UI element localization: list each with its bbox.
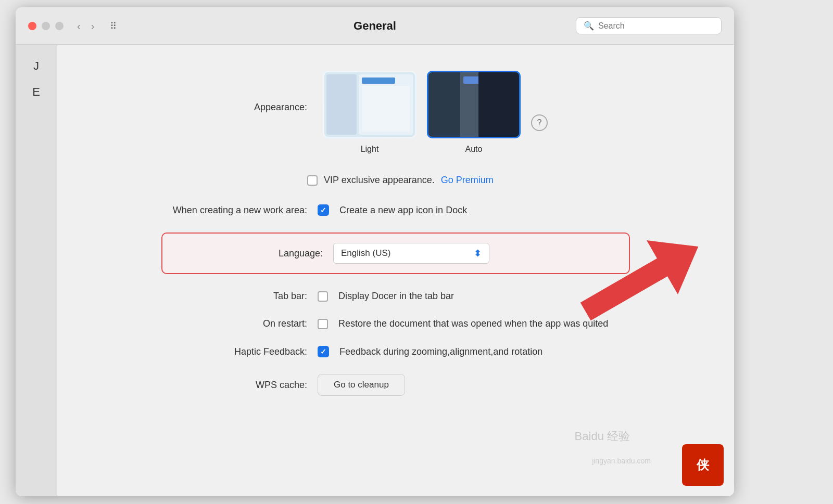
on-restart-row: On restart: Restore the document that wa…: [161, 318, 630, 329]
settings-section: Appearance:: [161, 71, 630, 396]
auto-mock: [428, 72, 519, 137]
stepper-icon: ⬍: [474, 248, 482, 259]
minimize-button[interactable]: [42, 22, 50, 30]
forward-button[interactable]: ›: [88, 19, 98, 33]
go-premium-link[interactable]: Go Premium: [441, 175, 494, 186]
wps-cache-label: WPS cache:: [161, 380, 307, 391]
cleanup-button[interactable]: Go to cleanup: [318, 374, 405, 396]
sidebar-letter-j: J: [29, 55, 43, 77]
language-value: English (US): [341, 248, 390, 259]
light-theme-option[interactable]: Light: [323, 71, 416, 154]
light-theme-label: Light: [361, 145, 379, 154]
sidebar: J E: [16, 45, 57, 496]
auto-mock-sidebar: [428, 72, 460, 137]
light-mock-sidebar: [326, 74, 357, 135]
appearance-options: Light: [323, 71, 548, 154]
vip-checkbox[interactable]: [307, 175, 318, 186]
light-theme-preview[interactable]: [323, 71, 416, 138]
haptic-text: Feedback during zooming,alignment,and ro…: [339, 346, 542, 357]
dock-icon-text: Create a new app icon in Dock: [339, 205, 467, 216]
vip-row: VIP exclusive appearance. Go Premium: [161, 175, 630, 186]
content-area: J E Appearance:: [16, 45, 734, 496]
traffic-lights: [28, 22, 64, 30]
on-restart-checkbox[interactable]: [318, 319, 328, 329]
window-title: General: [354, 19, 396, 33]
close-button[interactable]: [28, 22, 36, 30]
light-mock-main: [359, 74, 413, 135]
dock-icon-checkbox[interactable]: [318, 204, 329, 216]
haptic-row: Haptic Feedback: Feedback during zooming…: [161, 346, 630, 357]
on-restart-text: Restore the document that was opened whe…: [338, 318, 608, 329]
sidebar-letter-e: E: [28, 81, 44, 103]
auto-mock-dark: [478, 72, 519, 137]
auto-theme-option[interactable]: Auto: [427, 71, 521, 154]
back-button[interactable]: ‹: [74, 19, 84, 33]
haptic-checkbox[interactable]: [318, 346, 329, 357]
search-icon: 🔍: [584, 21, 594, 31]
wps-cache-row: WPS cache: Go to cleanup: [161, 374, 630, 396]
titlebar: ‹ › ⠿ General 🔍: [16, 7, 734, 45]
appearance-row: Appearance:: [161, 71, 630, 154]
light-mock: [324, 72, 415, 137]
main-content: Appearance:: [57, 45, 734, 496]
on-restart-label: On restart:: [161, 318, 307, 329]
search-input[interactable]: [598, 21, 714, 31]
maximize-button[interactable]: [55, 22, 64, 30]
nav-buttons: ‹ ›: [74, 19, 97, 33]
auto-theme-label: Auto: [465, 145, 483, 154]
language-select[interactable]: English (US) ⬍: [333, 243, 489, 264]
help-button[interactable]: ?: [531, 114, 548, 131]
tab-bar-row: Tab bar: Display Docer in the tab bar: [161, 291, 630, 302]
tab-bar-checkbox[interactable]: [318, 291, 328, 302]
language-label: Language:: [177, 248, 323, 259]
grid-button[interactable]: ⠿: [106, 18, 121, 34]
search-box[interactable]: 🔍: [576, 17, 722, 34]
auto-theme-preview[interactable]: [427, 71, 521, 138]
language-row: Language: English (US) ⬍: [161, 232, 630, 274]
work-area-row: When creating a new work area: Create a …: [161, 204, 630, 216]
tab-bar-label: Tab bar:: [161, 291, 307, 302]
light-mock-bar: [362, 77, 395, 84]
work-area-label: When creating a new work area:: [161, 205, 307, 216]
light-mock-content: [362, 86, 410, 132]
tab-bar-text: Display Docer in the tab bar: [338, 291, 454, 302]
vip-text: VIP exclusive appearance.: [324, 175, 435, 186]
appearance-label: Appearance:: [161, 71, 307, 113]
haptic-label: Haptic Feedback:: [161, 346, 307, 357]
